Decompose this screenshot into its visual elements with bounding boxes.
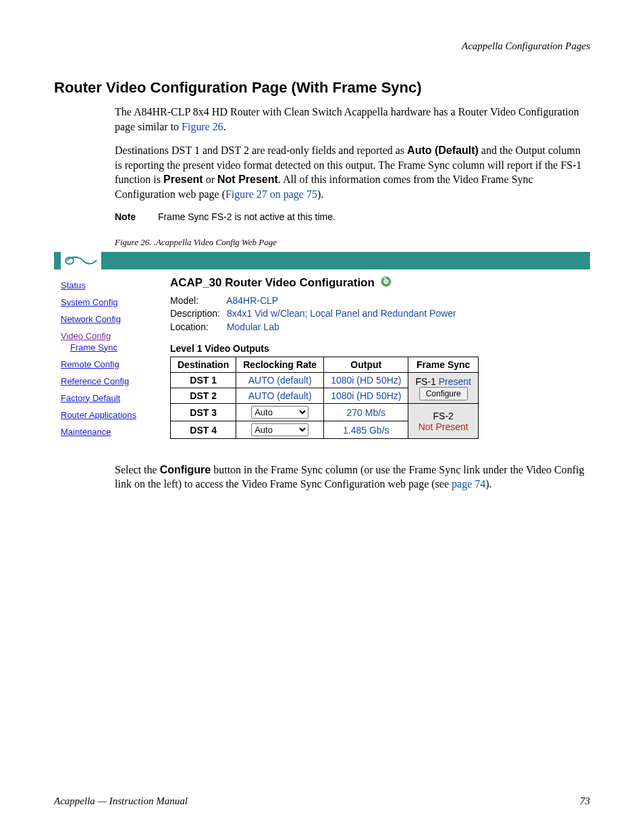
configure-button[interactable]: Configure — [419, 387, 468, 400]
reclock-select-3[interactable]: Auto — [251, 406, 308, 419]
cell-output-1: 1080i (HD 50Hz) — [324, 373, 408, 388]
p3-b1: Configure — [160, 464, 211, 475]
table-header-row: Destination Reclocking Rate Output Frame… — [171, 357, 479, 373]
figure-link-26[interactable]: Figure 26 — [182, 121, 223, 132]
p3-t3: ). — [485, 478, 491, 490]
cell-output-2: 1080i (HD 50Hz) — [324, 388, 408, 404]
web-main: ACAP_30 Router Video Configuration Model… — [167, 269, 590, 449]
footer-left: Acappella — Instruction Manual — [54, 796, 188, 807]
p2-b1: Auto (Default) — [407, 145, 479, 156]
loc-label: Location: — [170, 321, 224, 334]
paragraph-2: Destinations DST 1 and DST 2 are read-on… — [115, 143, 590, 201]
th-output: Output — [324, 357, 408, 373]
fs2-label: FS-2 — [433, 411, 454, 421]
desc-value: 8x4x1 Vid w/Clean; Local Panel and Redun… — [227, 308, 456, 319]
cell-fs-1: FS-1 Present Configure — [408, 373, 478, 404]
model-value: A84HR-CLP — [226, 295, 278, 306]
nav-factory-default[interactable]: Factory Default — [61, 393, 162, 403]
p2-t1: Destinations DST 1 and DST 2 are read-on… — [115, 145, 407, 156]
nav-system-config[interactable]: System Config — [61, 297, 162, 307]
p3-t1: Select the — [115, 464, 160, 475]
note-text: Frame Sync FS-2 is not active at this ti… — [158, 211, 336, 222]
cell-reclock-2: AUTO (default) — [236, 388, 324, 404]
cell-reclock-4: Auto — [236, 421, 324, 439]
table-row: DST 3 Auto 270 Mb/s FS-2 Not Present — [171, 404, 479, 421]
figure-header-bar — [54, 252, 590, 269]
p2-t3: or — [203, 174, 217, 185]
cell-dest-1: DST 1 — [171, 373, 236, 388]
paragraph-3: Select the Configure button in the Frame… — [115, 463, 590, 492]
nav-status[interactable]: Status — [61, 280, 162, 290]
refresh-icon[interactable] — [381, 276, 392, 290]
nav-reference-config[interactable]: Reference Config — [61, 376, 162, 386]
cell-reclock-1: AUTO (default) — [236, 373, 324, 388]
th-destination: Destination — [171, 357, 236, 373]
p2-b3: Not Present — [217, 174, 278, 185]
fs1-status: Present — [439, 376, 471, 387]
nav-video-config[interactable]: Video Config — [61, 331, 162, 341]
nav-remote-config[interactable]: Remote Config — [61, 359, 162, 369]
figure-link-27[interactable]: Figure 27 on page 75 — [225, 188, 317, 200]
loc-value: Modular Lab — [227, 321, 279, 332]
cell-output-3: 270 Mb/s — [324, 404, 408, 421]
title-main: Router Video Configuration — [222, 276, 375, 289]
p1-t2: . — [223, 121, 226, 132]
paragraph-1: The A84HR-CLP 8x4 HD Router with Clean S… — [115, 105, 590, 134]
info-location: Location: Modular Lab — [170, 321, 590, 334]
th-frame-sync: Frame Sync — [408, 357, 478, 373]
section-title: Router Video Configuration Page (With Fr… — [54, 79, 590, 97]
running-header: Acappella Configuration Pages — [54, 41, 590, 52]
figure-26: Status System Config Network Config Vide… — [54, 252, 590, 449]
nav-network-config[interactable]: Network Config — [61, 314, 162, 324]
model-label: Model: — [170, 294, 224, 308]
info-model: Model: A84HR-CLP — [170, 294, 590, 308]
footer-page-number: 73 — [580, 796, 590, 807]
cell-fs-2: FS-2 Not Present — [408, 404, 478, 439]
cell-dest-3: DST 3 — [171, 404, 236, 421]
page-footer: Acappella — Instruction Manual 73 — [54, 796, 590, 807]
th-reclocking: Reclocking Rate — [236, 357, 324, 373]
web-nav: Status System Config Network Config Vide… — [54, 269, 167, 449]
logo-box — [61, 252, 101, 269]
nav-router-applications[interactable]: Router Applications — [61, 410, 162, 420]
title-prefix: ACAP_30 — [170, 276, 222, 289]
info-description: Description: 8x4x1 Vid w/Clean; Local Pa… — [170, 307, 590, 321]
fs2-status: Not Present — [419, 421, 468, 432]
figure-caption: Figure 26. .Acappella Video Config Web P… — [115, 237, 590, 248]
web-page-title: ACAP_30 Router Video Configuration — [170, 276, 590, 290]
nav-maintenance[interactable]: Maintenance — [61, 427, 162, 437]
fs1-label: FS-1 — [415, 376, 438, 387]
p2-b2: Present — [163, 174, 203, 185]
nav-frame-sync[interactable]: Frame Sync — [70, 342, 162, 353]
note-block: Note Frame Sync FS-2 is not active at th… — [115, 211, 590, 222]
reclock-select-4[interactable]: Auto — [251, 423, 308, 436]
cell-reclock-3: Auto — [236, 404, 324, 421]
outputs-table: Destination Reclocking Rate Output Frame… — [170, 357, 479, 439]
p2-t5: ). — [317, 188, 323, 200]
cell-output-4: 1.485 Gb/s — [324, 421, 408, 439]
table-row: DST 1 AUTO (default) 1080i (HD 50Hz) FS-… — [171, 373, 479, 388]
page-link-74[interactable]: page 74 — [452, 478, 485, 490]
outputs-subhead: Level 1 Video Outputs — [170, 343, 590, 354]
cell-dest-4: DST 4 — [171, 421, 236, 439]
desc-label: Description: — [170, 307, 224, 321]
cell-dest-2: DST 2 — [171, 388, 236, 404]
gv-logo-icon — [64, 255, 98, 267]
note-label: Note — [115, 211, 155, 222]
